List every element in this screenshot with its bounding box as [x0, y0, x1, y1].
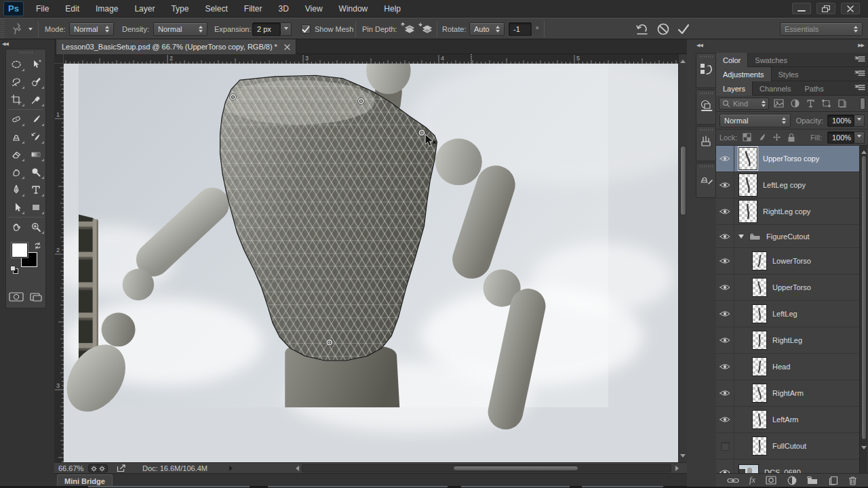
tab-adjustments[interactable]: Adjustments [716, 67, 772, 81]
visibility-toggle[interactable] [716, 199, 734, 224]
canvas-vertical-scrollbar[interactable] [678, 54, 687, 462]
layer-thumbnail[interactable] [738, 147, 757, 170]
layer-thumbnail[interactable] [738, 174, 757, 197]
filter-shape-layers-icon[interactable] [822, 99, 831, 108]
document-size-info[interactable]: Doc: 16.6M/106.4M [142, 463, 208, 474]
collapse-tools-icon[interactable]: ◀◀ [2, 41, 8, 47]
visibility-toggle[interactable] [716, 172, 734, 198]
visibility-toggle[interactable] [716, 407, 734, 432]
tool-crop[interactable] [6, 91, 26, 108]
mode-dropdown[interactable]: Normal [69, 22, 114, 36]
filter-pixel-layers-icon[interactable] [774, 99, 784, 108]
layer-row-FigureCutout[interactable]: FigureCutout [716, 225, 859, 248]
filter-type-layers-icon[interactable] [806, 99, 815, 108]
menu-help[interactable]: Help [376, 0, 409, 18]
layers-scroll-down-icon[interactable] [861, 446, 867, 452]
rotate-dropdown[interactable]: Auto [469, 22, 505, 36]
panel-menu-icon[interactable] [854, 84, 865, 91]
options-grip[interactable] [0, 18, 5, 40]
new-layer-button[interactable] [829, 476, 838, 485]
horizontal-scroll-thumb[interactable] [453, 466, 578, 471]
layer-row-RightArm[interactable]: RightArm [716, 380, 859, 407]
tool-quick-selection[interactable] [26, 73, 45, 91]
lock-pixels-icon[interactable] [757, 133, 766, 142]
layer-row-RightLeg[interactable]: RightLeg [716, 327, 859, 354]
lock-position-icon[interactable] [772, 133, 781, 142]
layers-scroll-up-icon[interactable] [861, 148, 867, 154]
visibility-toggle[interactable] [716, 354, 734, 380]
export-status-icon[interactable] [117, 463, 126, 474]
brush-panel-icon[interactable] [696, 126, 716, 161]
layer-thumbnail[interactable] [752, 357, 767, 376]
tab-paths[interactable]: Paths [798, 81, 831, 96]
toolbar-grip[interactable] [6, 49, 45, 56]
blend-mode-dropdown[interactable]: Normal [719, 114, 791, 127]
visibility-toggle[interactable] [716, 274, 734, 300]
layer-row-LeftLeg[interactable]: LeftLeg [716, 301, 859, 327]
document-canvas[interactable] [64, 64, 678, 462]
layer-row-DCS_0680[interactable]: DCS_0680 [716, 460, 859, 473]
layer-row-RightLeg-copy[interactable]: RightLeg copy [716, 199, 859, 225]
layer-row-UpperTorso-copy[interactable]: UpperTorso copy [716, 146, 859, 172]
new-group-button[interactable] [807, 476, 818, 485]
visibility-toggle[interactable] [716, 146, 734, 171]
tab-styles[interactable]: Styles [772, 67, 806, 81]
collapse-panels-icon[interactable]: ▶▶ [858, 43, 864, 48]
layers-scrollbar[interactable] [859, 146, 867, 473]
layer-row-FullCutout[interactable]: FullCutout [716, 433, 859, 460]
layer-thumbnail[interactable] [738, 200, 757, 223]
tool-pen[interactable] [6, 181, 26, 199]
filter-toggle[interactable] [860, 98, 865, 110]
tab-color[interactable]: Color [716, 53, 748, 67]
scroll-up-icon[interactable] [680, 57, 686, 63]
tool-eyedropper[interactable] [26, 91, 45, 108]
close-button[interactable] [841, 3, 860, 14]
menu-filter[interactable]: Filter [236, 0, 271, 18]
puppet-pin[interactable] [326, 340, 332, 346]
layer-thumbnail[interactable] [752, 251, 767, 270]
workspace-dropdown[interactable]: Essentials [780, 22, 863, 36]
filter-smart-objects-icon[interactable] [837, 99, 846, 108]
tool-type[interactable] [26, 181, 45, 199]
panel-menu-icon[interactable] [854, 56, 865, 62]
tool-healing-brush[interactable] [6, 110, 26, 128]
status-flyout-icon[interactable] [229, 466, 235, 471]
layers-scroll-thumb[interactable] [861, 155, 867, 440]
menu-type[interactable]: Type [163, 0, 197, 18]
ruler-corner[interactable] [54, 54, 64, 64]
fill-dropdown[interactable] [854, 131, 865, 144]
properties-panel-icon[interactable] [696, 89, 716, 125]
pin-forward-button[interactable] [400, 18, 415, 40]
ruler-horizontal[interactable]: 2345 [64, 54, 678, 64]
visibility-toggle[interactable] [716, 380, 734, 406]
pin-backward-button[interactable] [418, 18, 433, 40]
vertical-scroll-thumb[interactable] [680, 146, 686, 216]
group-disclosure-icon[interactable] [738, 235, 744, 241]
menu-image[interactable]: Image [87, 0, 126, 18]
quick-mask-button[interactable] [9, 291, 24, 302]
menu-select[interactable]: Select [197, 0, 235, 18]
puppet-pin[interactable] [230, 94, 236, 100]
layer-row-LeftArm[interactable]: LeftArm [716, 407, 859, 433]
visibility-toggle[interactable] [716, 460, 734, 473]
zoom-level-field[interactable]: 66.67% [58, 463, 83, 474]
layer-row-LowerTorso[interactable]: LowerTorso [716, 248, 859, 274]
layer-thumbnail[interactable] [752, 278, 767, 297]
fill-input[interactable]: 100% [827, 131, 854, 144]
tool-rectangle[interactable] [26, 199, 45, 216]
menu-edit[interactable]: Edit [57, 0, 87, 18]
remove-all-pins-button[interactable] [635, 18, 650, 40]
tab-swatches[interactable]: Swatches [748, 53, 794, 67]
tool-zoom[interactable] [26, 218, 45, 236]
panel-menu-icon[interactable] [854, 70, 865, 77]
commit-warp-button[interactable] [677, 18, 690, 40]
layer-row-UpperTorso[interactable]: UpperTorso [716, 274, 859, 301]
filter-adjustment-layers-icon[interactable] [791, 99, 800, 108]
scroll-left-icon[interactable] [293, 466, 299, 471]
tool-brush[interactable] [26, 110, 45, 128]
swap-colors-icon[interactable] [33, 241, 44, 251]
adobe-drive-button[interactable] [88, 464, 108, 472]
tab-channels[interactable]: Channels [753, 81, 797, 96]
canvas-horizontal-scrollbar[interactable] [302, 464, 671, 472]
menu-3d[interactable]: 3D [270, 0, 296, 18]
